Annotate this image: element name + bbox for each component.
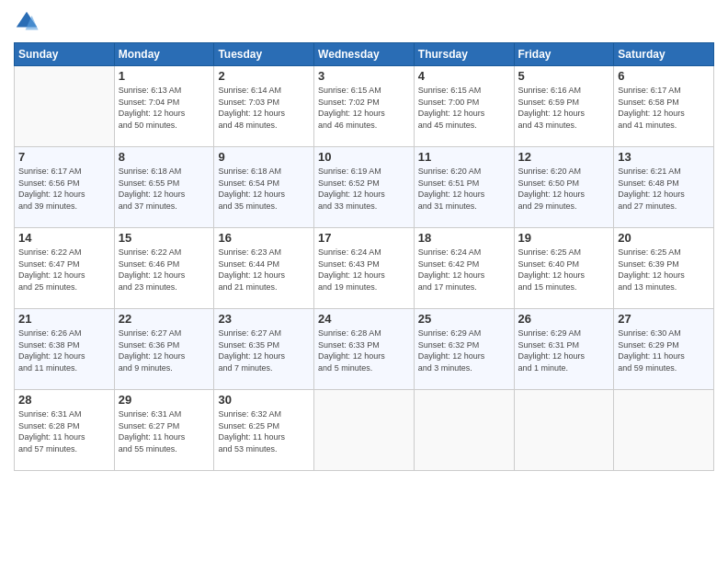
calendar-day-cell: 6Sunrise: 6:17 AMSunset: 6:58 PMDaylight… bbox=[614, 66, 714, 147]
calendar-day-cell: 7Sunrise: 6:17 AMSunset: 6:56 PMDaylight… bbox=[15, 147, 115, 228]
calendar-week-row: 14Sunrise: 6:22 AMSunset: 6:47 PMDayligh… bbox=[15, 228, 714, 309]
day-number: 7 bbox=[18, 150, 110, 164]
day-info: Sunrise: 6:14 AMSunset: 7:03 PMDaylight:… bbox=[218, 85, 310, 131]
day-info: Sunrise: 6:15 AMSunset: 7:00 PMDaylight:… bbox=[418, 85, 510, 131]
calendar-day-cell: 3Sunrise: 6:15 AMSunset: 7:02 PMDaylight… bbox=[314, 66, 415, 147]
calendar-day-cell: 28Sunrise: 6:31 AMSunset: 6:28 PMDayligh… bbox=[15, 390, 115, 471]
day-info: Sunrise: 6:32 AMSunset: 6:25 PMDaylight:… bbox=[218, 408, 310, 454]
day-number: 4 bbox=[418, 69, 510, 83]
logo bbox=[14, 9, 43, 35]
calendar-header-sunday: Sunday bbox=[15, 43, 115, 66]
day-info: Sunrise: 6:22 AMSunset: 6:46 PMDaylight:… bbox=[119, 247, 210, 293]
calendar-day-cell: 17Sunrise: 6:24 AMSunset: 6:43 PMDayligh… bbox=[314, 228, 415, 309]
calendar-day-cell bbox=[614, 390, 714, 471]
day-number: 19 bbox=[518, 231, 610, 245]
day-number: 25 bbox=[418, 312, 510, 326]
calendar-day-cell: 18Sunrise: 6:24 AMSunset: 6:42 PMDayligh… bbox=[414, 228, 514, 309]
calendar-day-cell: 29Sunrise: 6:31 AMSunset: 6:27 PMDayligh… bbox=[114, 390, 214, 471]
day-info: Sunrise: 6:27 AMSunset: 6:35 PMDaylight:… bbox=[218, 327, 310, 373]
calendar-day-cell bbox=[314, 390, 415, 471]
calendar-day-cell: 5Sunrise: 6:16 AMSunset: 6:59 PMDaylight… bbox=[514, 66, 614, 147]
day-info: Sunrise: 6:15 AMSunset: 7:02 PMDaylight:… bbox=[318, 85, 410, 131]
day-info: Sunrise: 6:16 AMSunset: 6:59 PMDaylight:… bbox=[518, 85, 610, 131]
day-number: 30 bbox=[218, 393, 310, 407]
calendar-week-row: 21Sunrise: 6:26 AMSunset: 6:38 PMDayligh… bbox=[15, 309, 714, 390]
calendar-day-cell: 19Sunrise: 6:25 AMSunset: 6:40 PMDayligh… bbox=[514, 228, 614, 309]
page: SundayMondayTuesdayWednesdayThursdayFrid… bbox=[0, 0, 728, 563]
calendar-day-cell bbox=[15, 66, 115, 147]
day-info: Sunrise: 6:30 AMSunset: 6:29 PMDaylight:… bbox=[618, 327, 710, 373]
calendar-day-cell: 16Sunrise: 6:23 AMSunset: 6:44 PMDayligh… bbox=[214, 228, 314, 309]
calendar-day-cell: 12Sunrise: 6:20 AMSunset: 6:50 PMDayligh… bbox=[514, 147, 614, 228]
calendar-header-saturday: Saturday bbox=[614, 43, 714, 66]
day-info: Sunrise: 6:18 AMSunset: 6:54 PMDaylight:… bbox=[218, 166, 310, 212]
day-info: Sunrise: 6:22 AMSunset: 6:47 PMDaylight:… bbox=[18, 247, 110, 293]
calendar-day-cell: 8Sunrise: 6:18 AMSunset: 6:55 PMDaylight… bbox=[114, 147, 214, 228]
day-number: 17 bbox=[318, 231, 410, 245]
day-number: 1 bbox=[119, 69, 210, 83]
calendar-day-cell: 1Sunrise: 6:13 AMSunset: 7:04 PMDaylight… bbox=[114, 66, 214, 147]
day-info: Sunrise: 6:23 AMSunset: 6:44 PMDaylight:… bbox=[218, 247, 310, 293]
day-info: Sunrise: 6:21 AMSunset: 6:48 PMDaylight:… bbox=[618, 166, 710, 212]
day-info: Sunrise: 6:25 AMSunset: 6:39 PMDaylight:… bbox=[618, 247, 710, 293]
day-info: Sunrise: 6:20 AMSunset: 6:50 PMDaylight:… bbox=[518, 166, 610, 212]
calendar-header-monday: Monday bbox=[114, 43, 214, 66]
day-info: Sunrise: 6:26 AMSunset: 6:38 PMDaylight:… bbox=[18, 327, 110, 373]
day-info: Sunrise: 6:28 AMSunset: 6:33 PMDaylight:… bbox=[318, 327, 410, 373]
day-info: Sunrise: 6:13 AMSunset: 7:04 PMDaylight:… bbox=[119, 85, 210, 131]
day-info: Sunrise: 6:24 AMSunset: 6:42 PMDaylight:… bbox=[418, 247, 510, 293]
calendar-header-wednesday: Wednesday bbox=[314, 43, 415, 66]
day-info: Sunrise: 6:29 AMSunset: 6:31 PMDaylight:… bbox=[518, 327, 610, 373]
calendar-day-cell: 23Sunrise: 6:27 AMSunset: 6:35 PMDayligh… bbox=[214, 309, 314, 390]
day-info: Sunrise: 6:31 AMSunset: 6:28 PMDaylight:… bbox=[18, 408, 110, 454]
calendar-day-cell: 10Sunrise: 6:19 AMSunset: 6:52 PMDayligh… bbox=[314, 147, 415, 228]
day-number: 12 bbox=[518, 150, 610, 164]
calendar-day-cell: 22Sunrise: 6:27 AMSunset: 6:36 PMDayligh… bbox=[114, 309, 214, 390]
day-number: 24 bbox=[318, 312, 410, 326]
day-info: Sunrise: 6:27 AMSunset: 6:36 PMDaylight:… bbox=[119, 327, 210, 373]
calendar-day-cell: 26Sunrise: 6:29 AMSunset: 6:31 PMDayligh… bbox=[514, 309, 614, 390]
calendar-day-cell: 14Sunrise: 6:22 AMSunset: 6:47 PMDayligh… bbox=[15, 228, 115, 309]
day-number: 16 bbox=[218, 231, 310, 245]
day-number: 9 bbox=[218, 150, 310, 164]
day-number: 2 bbox=[218, 69, 310, 83]
day-number: 27 bbox=[618, 312, 710, 326]
calendar-day-cell: 15Sunrise: 6:22 AMSunset: 6:46 PMDayligh… bbox=[114, 228, 214, 309]
day-number: 5 bbox=[518, 69, 610, 83]
day-number: 10 bbox=[318, 150, 410, 164]
calendar-day-cell: 2Sunrise: 6:14 AMSunset: 7:03 PMDaylight… bbox=[214, 66, 314, 147]
calendar-week-row: 28Sunrise: 6:31 AMSunset: 6:28 PMDayligh… bbox=[15, 390, 714, 471]
header bbox=[14, 9, 714, 35]
calendar-week-row: 1Sunrise: 6:13 AMSunset: 7:04 PMDaylight… bbox=[15, 66, 714, 147]
day-number: 11 bbox=[418, 150, 510, 164]
day-number: 14 bbox=[18, 231, 110, 245]
day-number: 20 bbox=[618, 231, 710, 245]
day-info: Sunrise: 6:19 AMSunset: 6:52 PMDaylight:… bbox=[318, 166, 410, 212]
day-number: 22 bbox=[119, 312, 210, 326]
day-number: 8 bbox=[119, 150, 210, 164]
day-number: 26 bbox=[518, 312, 610, 326]
day-info: Sunrise: 6:18 AMSunset: 6:55 PMDaylight:… bbox=[119, 166, 210, 212]
calendar-table: SundayMondayTuesdayWednesdayThursdayFrid… bbox=[14, 42, 714, 471]
calendar-week-row: 7Sunrise: 6:17 AMSunset: 6:56 PMDaylight… bbox=[15, 147, 714, 228]
day-number: 29 bbox=[119, 393, 210, 407]
calendar-header-thursday: Thursday bbox=[414, 43, 514, 66]
calendar-day-cell: 20Sunrise: 6:25 AMSunset: 6:39 PMDayligh… bbox=[614, 228, 714, 309]
calendar-header-friday: Friday bbox=[514, 43, 614, 66]
day-number: 6 bbox=[618, 69, 710, 83]
day-info: Sunrise: 6:24 AMSunset: 6:43 PMDaylight:… bbox=[318, 247, 410, 293]
logo-icon bbox=[14, 9, 40, 35]
day-info: Sunrise: 6:31 AMSunset: 6:27 PMDaylight:… bbox=[119, 408, 210, 454]
calendar-day-cell: 25Sunrise: 6:29 AMSunset: 6:32 PMDayligh… bbox=[414, 309, 514, 390]
calendar-day-cell: 13Sunrise: 6:21 AMSunset: 6:48 PMDayligh… bbox=[614, 147, 714, 228]
calendar-day-cell bbox=[514, 390, 614, 471]
day-number: 23 bbox=[218, 312, 310, 326]
calendar-header-row: SundayMondayTuesdayWednesdayThursdayFrid… bbox=[15, 43, 714, 66]
day-info: Sunrise: 6:25 AMSunset: 6:40 PMDaylight:… bbox=[518, 247, 610, 293]
day-info: Sunrise: 6:20 AMSunset: 6:51 PMDaylight:… bbox=[418, 166, 510, 212]
day-number: 28 bbox=[18, 393, 110, 407]
calendar-day-cell: 30Sunrise: 6:32 AMSunset: 6:25 PMDayligh… bbox=[214, 390, 314, 471]
day-number: 15 bbox=[119, 231, 210, 245]
day-info: Sunrise: 6:17 AMSunset: 6:56 PMDaylight:… bbox=[18, 166, 110, 212]
day-number: 3 bbox=[318, 69, 410, 83]
